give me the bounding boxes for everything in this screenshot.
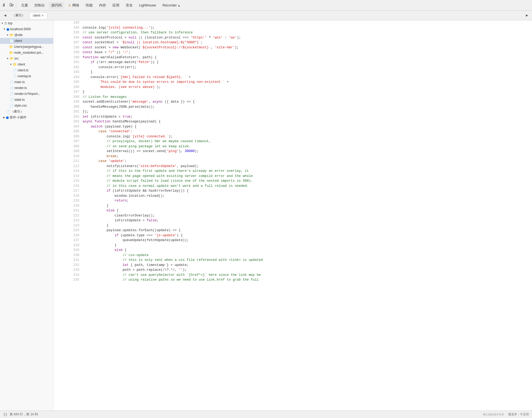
code-line: 197 } [53,90,532,95]
coverage-label: 覆盖率：不适用 [508,413,529,416]
file-tree-sidebar[interactable]: ▼ 🗋 top ▼ ⬤ localhost:3000 ▼ 📁 @vite 📄 c… [0,20,53,411]
code-line: 211 case 'update': [53,159,532,164]
line-number: 192 [53,65,83,70]
line-number: 234 [53,273,83,278]
sidebar-item-overlayts[interactable]: 📄 overlay.ts [0,73,53,79]
tab-network[interactable]: ⚠ 网络 [65,2,82,9]
sidebar-label-src-client: client [18,63,25,66]
line-number: 223 [53,218,83,223]
line-number: 205 [53,129,83,134]
line-content: // use server configuration, then fallba… [83,30,532,35]
arrow-icon: ▼ [10,63,12,66]
line-number: 207 [53,139,83,144]
line-number: 211 [53,159,83,164]
tab-sources[interactable]: 源代码 [49,2,64,9]
sidebar-item-top[interactable]: ▼ 🗋 top [0,20,53,26]
tab-application[interactable]: 应用 [110,2,122,9]
line-content: // means the page opened with existing s… [83,174,532,179]
tab-console[interactable]: 控制台 [32,2,48,9]
line-content: // css-update [83,253,532,258]
line-number: 232 [53,263,83,268]
sidebar-label-vite: @vite [14,33,23,37]
inspect-icon[interactable] [2,3,7,8]
code-line: 224 } [53,223,532,228]
code-line: 226 if (update.type === 'js-update') { [53,233,532,238]
code-line: 191 if (!err.message.match('fetch')) { [53,60,532,65]
line-content: const socket = new WebSocket(`${socketPr… [83,45,532,50]
line-number: 219 [53,198,83,203]
line-content: let { path, timestamp } = update; [83,263,532,268]
tab-memory[interactable]: 内存 [96,2,109,9]
sidebar-item-clientts[interactable]: 📄 client.ts [0,67,53,73]
sidebar-item-src[interactable]: ▼ 📁 src [0,56,53,61]
line-content: payload.updates.forEach((update) => { [83,228,532,233]
line-number: 204 [53,124,83,129]
tab-client[interactable]: client ✕ [29,12,47,19]
code-line: 235 // using relative paths so we need t… [53,277,532,282]
line-content [83,20,532,25]
line-content: `modules. (see errors above)`); [83,85,532,90]
sidebar-item-renderts[interactable]: 📄 render.ts [0,85,53,91]
sidebar-item-users[interactable]: ▶ 📁 Users/yangxingyua... [0,44,53,50]
tab-lighthouse[interactable]: Lighthouse [136,2,159,8]
sidebar-item-localhost[interactable]: ▼ ⬤ localhost:3000 [0,26,53,32]
file-icon: 📄 [10,104,14,107]
line-content: const base = "/" || '/'; [83,50,532,55]
sidebar-label-users: Users/yangxingyua... [14,45,44,49]
line-content: case 'update': [83,159,532,164]
code-line: 216 // in this case a normal update won'… [53,184,532,189]
line-number: 226 [53,233,83,238]
tab-index[interactable]: （索引） [9,12,28,19]
tab-recorder[interactable]: Recorder ▲ [160,2,183,8]
sidebar-item-plugin[interactable]: ▶ ⬤ 壹件·小插件 [0,114,53,120]
tab-close-icon[interactable]: ✕ [41,14,44,17]
line-number: 191 [53,60,83,65]
code-line: 185 // use server configuration, then fa… [53,30,532,35]
line-number: 189 [53,50,83,55]
tab-elements[interactable]: 元素 [18,2,31,9]
sidebar-item-client[interactable]: 📄 client [0,38,53,44]
tab-performance[interactable]: 性能 [83,2,95,9]
sidebar-item-stylecss[interactable]: 📄 style.css [0,103,53,109]
tab-security[interactable]: 安全 [123,2,135,9]
arrow-icon: ▼ [1,22,3,25]
sidebar-item-src-client[interactable]: ▼ 📁 client [0,61,53,67]
line-content: const socketProtocol = null || (location… [83,35,532,40]
sidebar-label-stylecss: style.css [14,104,27,107]
device-icon[interactable] [9,3,14,8]
folder-icon: 📁 [9,51,13,55]
line-number: 225 [53,228,83,233]
line-content: } [83,223,532,228]
sidebar-item-vite[interactable]: ▼ 📁 @vite [0,32,53,38]
line-content: notifyListeners('vite:beforeUpdate', pay… [83,164,532,169]
line-number: 197 [53,90,83,95]
sidebar-label-top: top [8,21,13,25]
line-content: }); [83,109,532,114]
tab-nav-left[interactable]: ◀ [2,13,8,18]
sidebar-item-renderts-import[interactable]: 📄 render.ts?import... [0,91,53,97]
code-line: 219 return; [53,198,532,203]
line-number: 218 [53,193,83,199]
line-number: 224 [53,223,83,228]
tab-nav-right[interactable]: ▶ [524,13,530,18]
code-line: 231 // this is only sent when a css file… [53,258,532,263]
line-content: handleMessage(JSON.parse(data)); [83,104,532,110]
code-editor[interactable]: 183 184 console.log('[vite] connecting..… [53,20,532,411]
sidebar-label-src: src [14,57,19,60]
line-content: break; [83,154,532,159]
line-content: let isFirstUpdate = true; [83,114,532,119]
file-icon: 📄 [10,80,14,84]
code-line: 209 setInterval(() => socket.send('ping'… [53,149,532,154]
code-line: 210 break; [53,154,532,159]
line-number: 212 [53,164,83,169]
tab-bar: ◀ （索引） client ✕ ▶ [0,11,532,20]
code-line: 193 } [53,70,532,75]
line-content: function warnFailedFetch(err, path) { [83,55,532,60]
sidebar-item-nodemodules[interactable]: ▶ 📁 node_modules/.pni... [0,50,53,56]
sidebar-item-statets[interactable]: 📄 state.ts [0,97,53,103]
sidebar-item-index[interactable]: ▶ 📄 （索引） [0,109,53,114]
code-line: 195 `This could be due to syntax errors … [53,80,532,85]
line-content: const socketHost = `${null || location.h… [83,40,532,45]
line-number: 198 [53,95,83,100]
sidebar-item-maints[interactable]: 📄 main.ts [0,79,53,85]
